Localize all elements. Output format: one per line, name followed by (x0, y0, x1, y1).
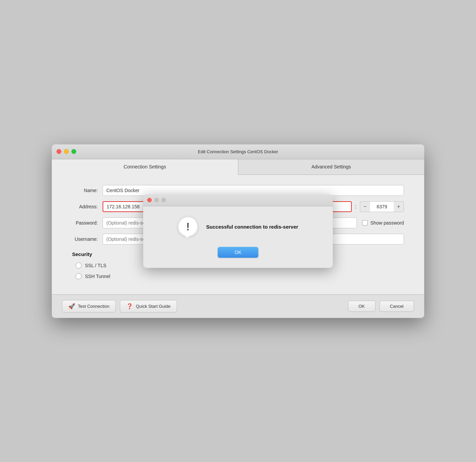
modal-title-bar (143, 194, 333, 206)
modal-body: ! Successful connection to redis-server … (143, 206, 333, 268)
modal-message: Successful connection to redis-server (206, 224, 298, 230)
modal-icon-symbol: ! (186, 221, 190, 233)
success-dialog: ! Successful connection to redis-server … (143, 194, 333, 268)
modal-overlay: ! Successful connection to redis-server … (52, 144, 424, 318)
modal-close-button[interactable] (147, 198, 152, 202)
modal-alert-icon: ! (178, 216, 198, 237)
modal-minimize-button[interactable] (154, 198, 159, 202)
modal-ok-button[interactable]: OK (218, 247, 258, 258)
modal-content-row: ! Successful connection to redis-server (178, 216, 298, 237)
main-window: Edit Connection Settings CentOS Docker C… (52, 144, 424, 318)
modal-maximize-button[interactable] (161, 198, 166, 202)
